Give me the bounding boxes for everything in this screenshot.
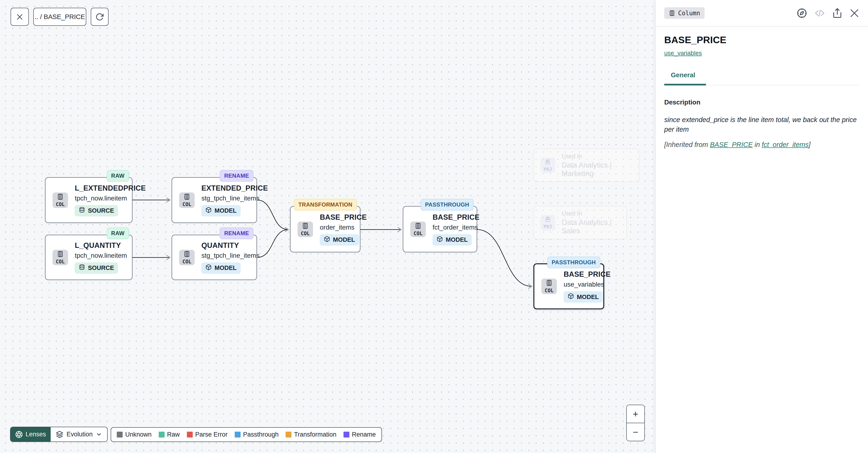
legend-label: Parse Error xyxy=(195,431,228,438)
used-in-name: Data Analytics | Marketing xyxy=(562,161,639,178)
share-button[interactable] xyxy=(832,8,843,19)
lineage-node-l_quantity[interactable]: RAWCOLL_QUANTITYtpch_now.lineitemSOURCE xyxy=(45,235,132,280)
node-subtitle: fct_order_items xyxy=(433,224,478,231)
legend-swatch xyxy=(117,432,123,437)
legend-swatch xyxy=(235,432,241,437)
kind-label: COL xyxy=(182,202,191,207)
chip-label: MODEL xyxy=(577,293,599,301)
kind-label: PRJ xyxy=(544,224,552,229)
node-content: COLBASE_PRICEorder_itemsMODEL xyxy=(298,206,356,252)
kind-label: COL xyxy=(545,288,554,293)
node-text: BASE_PRICEorder_itemsMODEL xyxy=(320,213,367,246)
archive-icon xyxy=(545,159,551,166)
node-content: COLQUANTITYstg_tpch_line_itemsMODEL xyxy=(179,235,253,280)
model-link[interactable]: use_variables xyxy=(664,50,702,57)
legend-swatch xyxy=(286,432,291,437)
columns-icon xyxy=(414,222,422,230)
lineage-node-base_price_fct_order_items[interactable]: PASSTHROUGHCOLBASE_PRICEfct_order_itemsM… xyxy=(403,206,477,252)
refresh-button[interactable] xyxy=(91,8,108,26)
kind-label: COL xyxy=(413,231,423,236)
project-kind-chip: PRJ xyxy=(540,158,555,173)
inherited-prefix: [Inherited from xyxy=(664,141,710,148)
columns-icon xyxy=(183,250,190,258)
chip-label: MODEL xyxy=(446,236,468,244)
legend-item: Unknown xyxy=(117,431,152,438)
kind-label: COL xyxy=(56,259,65,264)
breadcrumb[interactable]: .. / BASE_PRICE xyxy=(33,8,86,26)
lineage-node-extended_price[interactable]: RENAMECOLEXTENDED_PRICEstg_tpch_line_ite… xyxy=(172,177,257,223)
lineage-node-l_extendedprice[interactable]: RAWCOLL_EXTENDEDPRICEtpch_now.lineitemSO… xyxy=(45,177,132,223)
lenses-control: Lenses Evolution xyxy=(10,427,107,442)
legend-swatch xyxy=(343,432,349,437)
columns-icon xyxy=(546,279,553,287)
node-subtitle: use_variables xyxy=(564,281,604,288)
node-subtitle: tpch_now.lineitem xyxy=(75,252,127,259)
project-kind-chip: PRJ xyxy=(540,215,555,230)
cube-icon xyxy=(324,236,330,244)
model-chip: MODEL xyxy=(320,234,359,246)
close-lineage-button[interactable] xyxy=(10,8,29,26)
zoom-in-button[interactable]: + xyxy=(627,405,644,423)
evolution-dropdown[interactable]: Evolution xyxy=(51,427,107,442)
used-in-node[interactable]: PRJUsed InData Analytics | Sales xyxy=(533,206,627,239)
used-in-text: Used InData Analytics | Sales xyxy=(562,210,626,235)
column-kind-chip: COL xyxy=(53,193,68,208)
model-chip: MODEL xyxy=(202,262,241,274)
inherited-column-link[interactable]: BASE_PRICE xyxy=(710,141,753,148)
column-kind-chip: COL xyxy=(53,250,68,265)
lineage-node-quantity[interactable]: RENAMECOLQUANTITYstg_tpch_line_itemsMODE… xyxy=(172,235,257,280)
legend-item: Passthrough xyxy=(235,431,279,438)
inherited-model-link[interactable]: fct_order_items xyxy=(762,141,809,148)
column-kind-chip: COL xyxy=(410,222,426,237)
column-kind-chip: COL xyxy=(179,193,195,208)
compass-icon xyxy=(796,7,807,19)
chip-label: MODEL xyxy=(333,236,355,244)
node-title: EXTENDED_PRICE xyxy=(202,184,268,193)
node-title: QUANTITY xyxy=(202,241,239,250)
legend-item: Parse Error xyxy=(187,431,228,438)
details-panel-header: Column xyxy=(656,0,868,27)
panel-actions xyxy=(796,7,860,19)
node-content: COLL_EXTENDEDPRICEtpch_now.lineitemSOURC… xyxy=(53,178,128,223)
used-in-node[interactable]: PRJUsed InData Analytics | Marketing xyxy=(533,148,640,182)
lineage-node-base_price_use_variables[interactable]: PASSTHROUGHCOLBASE_PRICEuse_variablesMOD… xyxy=(533,263,604,309)
legend-label: Rename xyxy=(352,431,376,438)
lineage-node-base_price_order_items[interactable]: TRANSFORMATIONCOLBASE_PRICEorder_itemsMO… xyxy=(290,206,361,252)
description-text: since extended_price is the line item to… xyxy=(664,115,860,134)
legend-swatch xyxy=(159,432,164,437)
node-title: BASE_PRICE xyxy=(564,270,611,279)
node-title: BASE_PRICE xyxy=(320,213,367,222)
tab-general[interactable]: General xyxy=(664,72,706,85)
compass-button[interactable] xyxy=(796,7,807,19)
chip-label: SOURCE xyxy=(88,264,114,272)
node-text: L_QUANTITYtpch_now.lineitemSOURCE xyxy=(75,241,127,274)
used-in-content: PRJUsed InData Analytics | Marketing xyxy=(540,149,639,181)
chip-label: SOURCE xyxy=(88,207,114,214)
lenses-button[interactable]: Lenses xyxy=(10,427,51,442)
description-heading: Description xyxy=(664,98,860,106)
columns-icon xyxy=(57,193,64,201)
columns-icon xyxy=(302,222,309,230)
node-text: EXTENDED_PRICEstg_tpch_line_itemsMODEL xyxy=(202,184,268,217)
archive-icon xyxy=(545,216,551,223)
used-in-name: Data Analytics | Sales xyxy=(562,218,626,235)
node-text: QUANTITYstg_tpch_line_itemsMODEL xyxy=(202,241,259,274)
close-panel-button[interactable] xyxy=(849,8,860,18)
column-kind-chip: COL xyxy=(179,250,195,265)
zoom-control: + − xyxy=(626,405,645,441)
legend-item: Raw xyxy=(159,431,180,438)
code-button[interactable] xyxy=(814,7,825,19)
lineage-canvas[interactable]: RAWCOLL_EXTENDEDPRICEtpch_now.lineitemSO… xyxy=(0,0,656,453)
evolution-dropdown-value: Evolution xyxy=(67,431,93,438)
cube-icon xyxy=(206,264,212,272)
cube-icon xyxy=(568,293,574,301)
legend-label: Unknown xyxy=(125,431,152,438)
database-icon xyxy=(79,207,85,215)
zoom-out-button[interactable]: − xyxy=(627,423,644,441)
share-icon xyxy=(832,8,843,19)
node-title: L_QUANTITY xyxy=(75,241,121,250)
node-subtitle: tpch_now.lineitem xyxy=(75,195,127,202)
used-in-label: Used In xyxy=(562,153,639,160)
inherited-mid: in xyxy=(753,141,762,148)
legend-label: Transformation xyxy=(294,431,337,438)
